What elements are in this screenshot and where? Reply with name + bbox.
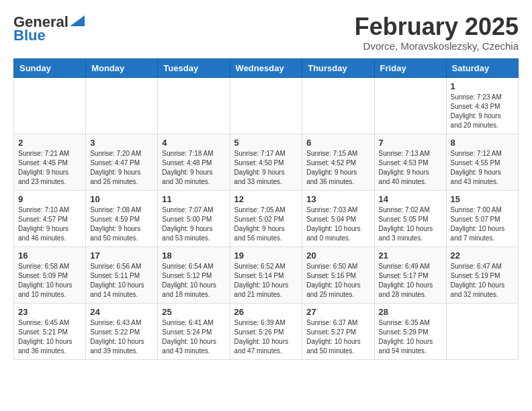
- day-info: Sunrise: 6:37 AM Sunset: 5:27 PM Dayligh…: [306, 318, 369, 356]
- calendar-cell: 24Sunrise: 6:43 AM Sunset: 5:22 PM Dayli…: [86, 303, 158, 359]
- day-info: Sunrise: 7:10 AM Sunset: 4:57 PM Dayligh…: [18, 205, 81, 243]
- calendar-week-row: 2Sunrise: 7:21 AM Sunset: 4:45 PM Daylig…: [14, 134, 519, 190]
- day-of-week-header: Sunday: [14, 58, 86, 77]
- day-number: 3: [90, 138, 153, 148]
- day-info: Sunrise: 7:15 AM Sunset: 4:52 PM Dayligh…: [306, 149, 369, 187]
- calendar-cell: 22Sunrise: 6:47 AM Sunset: 5:19 PM Dayli…: [446, 246, 518, 303]
- calendar-cell: [86, 77, 158, 134]
- calendar-cell: 10Sunrise: 7:08 AM Sunset: 4:59 PM Dayli…: [86, 190, 158, 246]
- day-info: Sunrise: 7:23 AM Sunset: 4:43 PM Dayligh…: [451, 93, 514, 130]
- logo: General Blue: [13, 13, 85, 44]
- calendar-cell: 26Sunrise: 6:39 AM Sunset: 5:26 PM Dayli…: [230, 303, 302, 359]
- svg-marker-0: [70, 15, 85, 26]
- calendar-cell: 1Sunrise: 7:23 AM Sunset: 4:43 PM Daylig…: [446, 77, 518, 134]
- day-info: Sunrise: 6:52 AM Sunset: 5:14 PM Dayligh…: [234, 262, 298, 300]
- day-number: 4: [162, 138, 225, 148]
- day-info: Sunrise: 6:47 AM Sunset: 5:19 PM Dayligh…: [451, 262, 514, 300]
- calendar-cell: 28Sunrise: 6:35 AM Sunset: 5:29 PM Dayli…: [374, 303, 446, 359]
- day-info: Sunrise: 6:45 AM Sunset: 5:21 PM Dayligh…: [18, 318, 81, 356]
- calendar-cell: 11Sunrise: 7:07 AM Sunset: 5:00 PM Dayli…: [158, 190, 230, 246]
- day-number: 6: [306, 138, 369, 148]
- day-of-week-header: Thursday: [302, 58, 374, 77]
- day-number: 7: [379, 138, 442, 148]
- calendar-cell: 2Sunrise: 7:21 AM Sunset: 4:45 PM Daylig…: [14, 134, 86, 190]
- day-number: 20: [306, 250, 369, 261]
- calendar-cell: 25Sunrise: 6:41 AM Sunset: 5:24 PM Dayli…: [158, 303, 230, 359]
- logo-blue-text: Blue: [13, 27, 46, 44]
- day-info: Sunrise: 7:21 AM Sunset: 4:45 PM Dayligh…: [18, 149, 81, 187]
- day-info: Sunrise: 7:00 AM Sunset: 5:07 PM Dayligh…: [451, 205, 514, 243]
- day-of-week-header: Friday: [374, 58, 446, 77]
- calendar-cell: 4Sunrise: 7:18 AM Sunset: 4:48 PM Daylig…: [158, 134, 230, 190]
- day-info: Sunrise: 7:12 AM Sunset: 4:55 PM Dayligh…: [451, 149, 514, 187]
- calendar-cell: [446, 303, 518, 359]
- calendar-cell: 15Sunrise: 7:00 AM Sunset: 5:07 PM Dayli…: [446, 190, 518, 246]
- day-info: Sunrise: 6:49 AM Sunset: 5:17 PM Dayligh…: [379, 262, 442, 300]
- day-of-week-header: Monday: [86, 58, 158, 77]
- day-info: Sunrise: 7:05 AM Sunset: 5:02 PM Dayligh…: [234, 205, 298, 243]
- calendar-week-row: 23Sunrise: 6:45 AM Sunset: 5:21 PM Dayli…: [14, 303, 519, 359]
- day-number: 24: [90, 307, 153, 317]
- day-number: 25: [162, 307, 225, 317]
- calendar-table: SundayMondayTuesdayWednesdayThursdayFrid…: [13, 58, 519, 360]
- day-info: Sunrise: 6:43 AM Sunset: 5:22 PM Dayligh…: [90, 318, 153, 356]
- day-number: 15: [451, 194, 514, 204]
- calendar-cell: 13Sunrise: 7:03 AM Sunset: 5:04 PM Dayli…: [302, 190, 374, 246]
- day-number: 14: [379, 194, 442, 204]
- day-number: 19: [234, 250, 298, 261]
- calendar-cell: 21Sunrise: 6:49 AM Sunset: 5:17 PM Dayli…: [374, 246, 446, 303]
- day-info: Sunrise: 7:07 AM Sunset: 5:00 PM Dayligh…: [162, 205, 225, 243]
- page-header: General Blue February 2025 Dvorce, Morav…: [13, 13, 519, 52]
- calendar-cell: [374, 77, 446, 134]
- day-number: 18: [162, 250, 225, 261]
- day-number: 8: [451, 138, 514, 148]
- day-info: Sunrise: 7:17 AM Sunset: 4:50 PM Dayligh…: [234, 149, 298, 187]
- calendar-cell: 19Sunrise: 6:52 AM Sunset: 5:14 PM Dayli…: [230, 246, 302, 303]
- day-number: 21: [379, 250, 442, 261]
- day-info: Sunrise: 6:50 AM Sunset: 5:16 PM Dayligh…: [306, 262, 369, 300]
- calendar-cell: 17Sunrise: 6:56 AM Sunset: 5:11 PM Dayli…: [86, 246, 158, 303]
- calendar-cell: 18Sunrise: 6:54 AM Sunset: 5:12 PM Dayli…: [158, 246, 230, 303]
- day-number: 27: [306, 307, 369, 317]
- day-info: Sunrise: 7:03 AM Sunset: 5:04 PM Dayligh…: [306, 205, 369, 243]
- month-year-title: February 2025: [355, 13, 519, 40]
- day-number: 9: [18, 194, 81, 204]
- calendar-week-row: 9Sunrise: 7:10 AM Sunset: 4:57 PM Daylig…: [14, 190, 519, 246]
- day-info: Sunrise: 7:02 AM Sunset: 5:05 PM Dayligh…: [379, 205, 442, 243]
- calendar-cell: 6Sunrise: 7:15 AM Sunset: 4:52 PM Daylig…: [302, 134, 374, 190]
- day-number: 28: [379, 307, 442, 317]
- calendar-cell: [14, 77, 86, 134]
- day-number: 13: [306, 194, 369, 204]
- day-number: 10: [90, 194, 153, 204]
- calendar-week-row: 16Sunrise: 6:58 AM Sunset: 5:09 PM Dayli…: [14, 246, 519, 303]
- calendar-cell: 12Sunrise: 7:05 AM Sunset: 5:02 PM Dayli…: [230, 190, 302, 246]
- calendar-cell: 3Sunrise: 7:20 AM Sunset: 4:47 PM Daylig…: [86, 134, 158, 190]
- calendar-cell: 20Sunrise: 6:50 AM Sunset: 5:16 PM Dayli…: [302, 246, 374, 303]
- day-number: 2: [18, 138, 81, 148]
- day-of-week-header: Tuesday: [158, 58, 230, 77]
- calendar-week-row: 1Sunrise: 7:23 AM Sunset: 4:43 PM Daylig…: [14, 77, 519, 134]
- calendar-cell: 23Sunrise: 6:45 AM Sunset: 5:21 PM Dayli…: [14, 303, 86, 359]
- day-number: 5: [234, 138, 298, 148]
- day-number: 11: [162, 194, 225, 204]
- calendar-cell: 8Sunrise: 7:12 AM Sunset: 4:55 PM Daylig…: [446, 134, 518, 190]
- calendar-cell: 27Sunrise: 6:37 AM Sunset: 5:27 PM Dayli…: [302, 303, 374, 359]
- logo-icon: [70, 15, 85, 26]
- calendar-cell: 14Sunrise: 7:02 AM Sunset: 5:05 PM Dayli…: [374, 190, 446, 246]
- day-number: 17: [90, 250, 153, 261]
- day-info: Sunrise: 6:39 AM Sunset: 5:26 PM Dayligh…: [234, 318, 298, 356]
- day-number: 12: [234, 194, 298, 204]
- calendar-header-row: SundayMondayTuesdayWednesdayThursdayFrid…: [14, 58, 519, 77]
- day-info: Sunrise: 6:35 AM Sunset: 5:29 PM Dayligh…: [379, 318, 442, 356]
- calendar-cell: [230, 77, 302, 134]
- calendar-cell: [302, 77, 374, 134]
- day-info: Sunrise: 7:20 AM Sunset: 4:47 PM Dayligh…: [90, 149, 153, 187]
- day-info: Sunrise: 6:54 AM Sunset: 5:12 PM Dayligh…: [162, 262, 225, 300]
- day-info: Sunrise: 7:18 AM Sunset: 4:48 PM Dayligh…: [162, 149, 225, 187]
- day-number: 22: [451, 250, 514, 261]
- day-info: Sunrise: 7:13 AM Sunset: 4:53 PM Dayligh…: [379, 149, 442, 187]
- day-info: Sunrise: 6:58 AM Sunset: 5:09 PM Dayligh…: [18, 262, 81, 300]
- day-number: 1: [451, 81, 514, 91]
- day-info: Sunrise: 6:56 AM Sunset: 5:11 PM Dayligh…: [90, 262, 153, 300]
- location-subtitle: Dvorce, Moravskoslezsky, Czechia: [355, 40, 519, 52]
